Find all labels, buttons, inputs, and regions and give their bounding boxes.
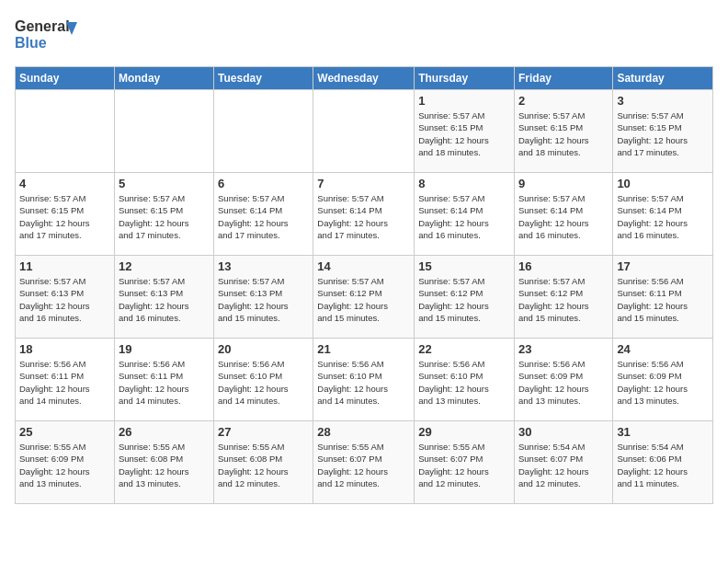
day-cell: 13Sunrise: 5:57 AM Sunset: 6:13 PM Dayli… <box>214 256 313 339</box>
day-cell: 20Sunrise: 5:56 AM Sunset: 6:10 PM Dayli… <box>214 339 313 421</box>
day-info: Sunrise: 5:56 AM Sunset: 6:11 PM Dayligh… <box>119 358 210 407</box>
day-number: 11 <box>19 259 110 273</box>
day-number: 2 <box>518 94 609 108</box>
header-friday: Friday <box>514 67 612 90</box>
day-cell: 8Sunrise: 5:57 AM Sunset: 6:14 PM Daylig… <box>415 173 515 256</box>
day-cell: 12Sunrise: 5:57 AM Sunset: 6:13 PM Dayli… <box>114 256 213 339</box>
day-info: Sunrise: 5:56 AM Sunset: 6:11 PM Dayligh… <box>19 358 110 407</box>
day-info: Sunrise: 5:56 AM Sunset: 6:11 PM Dayligh… <box>617 275 709 324</box>
week-row-5: 25Sunrise: 5:55 AM Sunset: 6:09 PM Dayli… <box>16 421 713 504</box>
day-number: 18 <box>19 342 110 356</box>
day-info: Sunrise: 5:57 AM Sunset: 6:14 PM Dayligh… <box>518 192 609 241</box>
day-number: 28 <box>317 425 410 439</box>
day-info: Sunrise: 5:55 AM Sunset: 6:08 PM Dayligh… <box>218 441 309 489</box>
day-number: 26 <box>119 425 210 439</box>
day-cell: 7Sunrise: 5:57 AM Sunset: 6:14 PM Daylig… <box>313 173 415 256</box>
day-number: 3 <box>617 94 709 108</box>
day-cell: 10Sunrise: 5:57 AM Sunset: 6:14 PM Dayli… <box>613 173 713 256</box>
day-number: 23 <box>518 342 609 356</box>
header-tuesday: Tuesday <box>214 67 313 90</box>
day-number: 4 <box>19 177 110 190</box>
day-info: Sunrise: 5:56 AM Sunset: 6:10 PM Dayligh… <box>418 358 510 407</box>
day-cell: 24Sunrise: 5:56 AM Sunset: 6:09 PM Dayli… <box>613 339 713 421</box>
day-info: Sunrise: 5:57 AM Sunset: 6:15 PM Dayligh… <box>119 192 210 241</box>
day-number: 5 <box>119 177 210 190</box>
day-cell: 27Sunrise: 5:55 AM Sunset: 6:08 PM Dayli… <box>214 421 313 504</box>
day-number: 25 <box>19 425 110 439</box>
day-cell: 9Sunrise: 5:57 AM Sunset: 6:14 PM Daylig… <box>514 173 612 256</box>
day-info: Sunrise: 5:57 AM Sunset: 6:15 PM Dayligh… <box>617 109 709 158</box>
day-number: 21 <box>317 342 410 356</box>
day-info: Sunrise: 5:57 AM Sunset: 6:13 PM Dayligh… <box>19 275 110 324</box>
day-cell <box>16 90 115 173</box>
header-sunday: Sunday <box>16 67 115 90</box>
day-number: 14 <box>317 259 410 273</box>
day-info: Sunrise: 5:57 AM Sunset: 6:13 PM Dayligh… <box>218 275 309 324</box>
day-info: Sunrise: 5:57 AM Sunset: 6:15 PM Dayligh… <box>518 109 609 158</box>
day-cell: 1Sunrise: 5:57 AM Sunset: 6:15 PM Daylig… <box>415 90 515 173</box>
day-cell: 6Sunrise: 5:57 AM Sunset: 6:14 PM Daylig… <box>214 173 313 256</box>
day-cell: 5Sunrise: 5:57 AM Sunset: 6:15 PM Daylig… <box>114 173 213 256</box>
page-header: GeneralBlue <box>15 15 713 55</box>
day-number: 17 <box>617 259 709 273</box>
day-info: Sunrise: 5:56 AM Sunset: 6:09 PM Dayligh… <box>617 358 709 407</box>
day-number: 15 <box>418 259 510 273</box>
week-row-3: 11Sunrise: 5:57 AM Sunset: 6:13 PM Dayli… <box>16 256 713 339</box>
header-wednesday: Wednesday <box>313 67 415 90</box>
day-number: 22 <box>418 342 510 356</box>
day-number: 16 <box>518 259 609 273</box>
day-cell: 11Sunrise: 5:57 AM Sunset: 6:13 PM Dayli… <box>16 256 115 339</box>
day-number: 10 <box>617 177 709 190</box>
day-cell <box>114 90 213 173</box>
day-number: 1 <box>418 94 510 108</box>
day-info: Sunrise: 5:55 AM Sunset: 6:07 PM Dayligh… <box>317 441 410 489</box>
day-cell <box>214 90 313 173</box>
day-info: Sunrise: 5:56 AM Sunset: 6:10 PM Dayligh… <box>317 358 410 407</box>
day-number: 13 <box>218 259 309 273</box>
week-row-4: 18Sunrise: 5:56 AM Sunset: 6:11 PM Dayli… <box>16 339 713 421</box>
day-info: Sunrise: 5:55 AM Sunset: 6:07 PM Dayligh… <box>418 441 510 489</box>
svg-text:General: General <box>15 18 70 34</box>
week-row-2: 4Sunrise: 5:57 AM Sunset: 6:15 PM Daylig… <box>16 173 713 256</box>
logo: GeneralBlue <box>15 15 81 55</box>
day-number: 19 <box>119 342 210 356</box>
day-cell: 23Sunrise: 5:56 AM Sunset: 6:09 PM Dayli… <box>514 339 612 421</box>
header-saturday: Saturday <box>613 67 713 90</box>
day-cell: 22Sunrise: 5:56 AM Sunset: 6:10 PM Dayli… <box>415 339 515 421</box>
day-cell: 14Sunrise: 5:57 AM Sunset: 6:12 PM Dayli… <box>313 256 415 339</box>
day-info: Sunrise: 5:56 AM Sunset: 6:09 PM Dayligh… <box>518 358 609 407</box>
header-monday: Monday <box>114 67 213 90</box>
day-cell: 30Sunrise: 5:54 AM Sunset: 6:07 PM Dayli… <box>514 421 612 504</box>
day-info: Sunrise: 5:57 AM Sunset: 6:14 PM Dayligh… <box>317 192 410 241</box>
day-cell: 31Sunrise: 5:54 AM Sunset: 6:06 PM Dayli… <box>613 421 713 504</box>
day-info: Sunrise: 5:57 AM Sunset: 6:12 PM Dayligh… <box>317 275 410 324</box>
day-number: 9 <box>518 177 609 190</box>
day-cell: 16Sunrise: 5:57 AM Sunset: 6:12 PM Dayli… <box>514 256 612 339</box>
day-cell: 3Sunrise: 5:57 AM Sunset: 6:15 PM Daylig… <box>613 90 713 173</box>
day-info: Sunrise: 5:57 AM Sunset: 6:13 PM Dayligh… <box>119 275 210 324</box>
day-cell: 26Sunrise: 5:55 AM Sunset: 6:08 PM Dayli… <box>114 421 213 504</box>
logo-svg: GeneralBlue <box>15 15 81 55</box>
day-cell: 4Sunrise: 5:57 AM Sunset: 6:15 PM Daylig… <box>16 173 115 256</box>
day-info: Sunrise: 5:57 AM Sunset: 6:12 PM Dayligh… <box>418 275 510 324</box>
day-cell: 17Sunrise: 5:56 AM Sunset: 6:11 PM Dayli… <box>613 256 713 339</box>
day-number: 31 <box>617 425 709 439</box>
day-info: Sunrise: 5:56 AM Sunset: 6:10 PM Dayligh… <box>218 358 309 407</box>
day-info: Sunrise: 5:57 AM Sunset: 6:15 PM Dayligh… <box>19 192 110 241</box>
day-info: Sunrise: 5:57 AM Sunset: 6:14 PM Dayligh… <box>418 192 510 241</box>
day-number: 30 <box>518 425 609 439</box>
day-number: 20 <box>218 342 309 356</box>
day-cell: 28Sunrise: 5:55 AM Sunset: 6:07 PM Dayli… <box>313 421 415 504</box>
svg-text:Blue: Blue <box>15 35 47 51</box>
day-info: Sunrise: 5:54 AM Sunset: 6:06 PM Dayligh… <box>617 441 709 489</box>
day-cell: 25Sunrise: 5:55 AM Sunset: 6:09 PM Dayli… <box>16 421 115 504</box>
day-info: Sunrise: 5:57 AM Sunset: 6:14 PM Dayligh… <box>617 192 709 241</box>
day-cell: 29Sunrise: 5:55 AM Sunset: 6:07 PM Dayli… <box>415 421 515 504</box>
day-info: Sunrise: 5:55 AM Sunset: 6:08 PM Dayligh… <box>119 441 210 489</box>
day-number: 27 <box>218 425 309 439</box>
calendar-table: SundayMondayTuesdayWednesdayThursdayFrid… <box>15 66 713 504</box>
day-number: 24 <box>617 342 709 356</box>
day-info: Sunrise: 5:57 AM Sunset: 6:15 PM Dayligh… <box>418 109 510 158</box>
day-cell: 19Sunrise: 5:56 AM Sunset: 6:11 PM Dayli… <box>114 339 213 421</box>
day-number: 8 <box>418 177 510 190</box>
